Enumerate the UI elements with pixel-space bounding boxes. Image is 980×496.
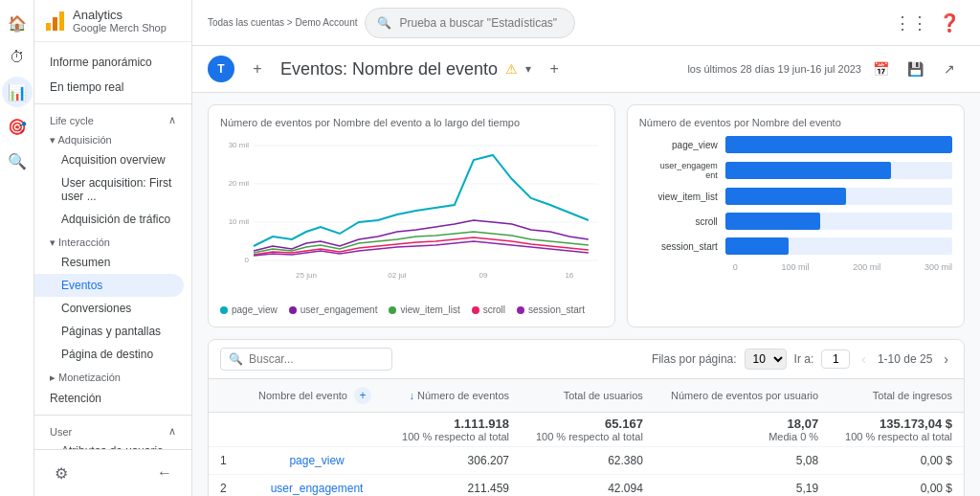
bar-label-scroll: scroll	[639, 216, 725, 227]
legend-dot-page-view	[220, 306, 228, 314]
event-link-1[interactable]: page_view	[289, 454, 344, 467]
legend-label-page-view: page_view	[232, 304, 278, 315]
bar-track-view-item-list	[725, 188, 952, 205]
search-icon-btn[interactable]: 🔍	[2, 146, 33, 176]
help-icon-btn[interactable]: ❓	[934, 8, 965, 38]
nav-monetization-section[interactable]: ▸ Monetización	[34, 366, 191, 386]
bar-fill-view-item-list	[725, 188, 846, 205]
search-icon: 🔍	[377, 16, 391, 30]
row-num-2: 2	[209, 475, 247, 497]
table-search[interactable]: 🔍	[220, 348, 392, 371]
analytics-title: Analytics	[73, 8, 167, 22]
home-icon-btn[interactable]: 🏠	[2, 8, 33, 38]
nav-paginas[interactable]: Páginas y pantallas	[34, 320, 191, 343]
bar-track-page-view	[725, 136, 952, 153]
users-2: 42.094	[521, 475, 655, 497]
nav-traffic-acquisition[interactable]: Adquisición de tráfico	[34, 208, 191, 231]
col-users[interactable]: Total de usuarios	[521, 379, 655, 413]
user-chevron: ∧	[168, 425, 176, 438]
bar-label-view-item-list: view_item_list	[639, 192, 725, 202]
nav-retention[interactable]: Retención	[34, 386, 191, 411]
table-search-input[interactable]	[249, 352, 384, 366]
search-input[interactable]	[399, 16, 563, 30]
date-range-text: los últimos 28 días 19 jun-16 jul 2023	[687, 63, 861, 75]
avatar[interactable]: T	[208, 56, 234, 82]
back-icon-btn[interactable]: ←	[149, 458, 180, 488]
main-content: Todas las cuentas > Demo Account 🔍 ⋮⋮ ❓ …	[192, 0, 980, 496]
revenue-2: 0,00 $	[830, 475, 964, 497]
nav-acquisition-section[interactable]: ▾ Adquisición	[34, 128, 191, 148]
total-events: 1.111.918	[398, 417, 509, 431]
lifecycle-label: Life cycle	[50, 115, 94, 126]
col-per-user[interactable]: Número de eventos por usuario	[655, 379, 830, 413]
table-row: 2 user_engagement 211.459 42.094 5,19 0,…	[209, 475, 964, 497]
nav-overview[interactable]: Informe panorámico	[34, 50, 191, 75]
add-dimension-btn[interactable]: +	[354, 387, 371, 404]
legend-user-engagement: user_engagement	[289, 304, 378, 315]
prev-page-btn[interactable]: ‹	[858, 349, 870, 369]
per-user-2: 5,19	[655, 475, 830, 497]
pagination-controls: Filas por página: 10 25 50 Ir a: ‹ 1-10 …	[652, 349, 952, 370]
clock-icon-btn[interactable]: ⏱	[2, 42, 33, 73]
bar-track-session-start	[725, 237, 952, 255]
chart-icon-btn[interactable]: 📊	[2, 77, 33, 107]
nav-user-attributes[interactable]: Atributos de usuario	[34, 440, 191, 449]
axis-200mil: 200 mil	[853, 262, 880, 272]
svg-rect-2	[59, 11, 64, 31]
bar-row-view-item-list: view_item_list	[639, 188, 952, 205]
total-users-sub: 100 % respecto al total	[532, 431, 643, 442]
table-totals-row: 1.111.918100 % respecto al total 65.1671…	[209, 413, 964, 447]
nav-user-section[interactable]: User ∧	[34, 419, 191, 440]
col-revenue[interactable]: Total de ingresos	[830, 379, 964, 413]
nav-conversiones[interactable]: Conversiones	[34, 297, 191, 320]
share-report-btn[interactable]: ↗	[934, 54, 965, 84]
nav-lifecycle-section[interactable]: Life cycle ∧	[34, 108, 191, 128]
analytics-logo: Analytics Google Merch Shop	[44, 8, 167, 34]
analytics-logo-icon	[44, 10, 67, 33]
col-event-name[interactable]: Nombre del evento +	[247, 379, 387, 413]
calendar-icon-btn[interactable]: 📅	[865, 54, 896, 84]
next-page-btn[interactable]: ›	[940, 349, 952, 369]
target-icon-btn[interactable]: 🎯	[2, 111, 33, 142]
page-header: T + Eventos: Nombre del evento ⚠ ▾ + los…	[192, 46, 980, 93]
legend-label-scroll: scroll	[483, 304, 505, 315]
topbar-left: Todas las cuentas > Demo Account 🔍	[208, 8, 888, 38]
bar-chart-title: Número de eventos por Nombre del evento	[639, 117, 952, 128]
nav-realtime[interactable]: En tiempo real	[34, 75, 191, 100]
nav-interaction-section[interactable]: ▾ Interacción	[34, 231, 191, 251]
svg-text:09: 09	[479, 271, 487, 280]
page-range-text: 1-10 de 25	[878, 352, 932, 366]
nav-resumen[interactable]: Resumen	[34, 251, 191, 274]
title-dropdown-icon[interactable]: ▾	[525, 62, 531, 76]
event-link-2[interactable]: user_engagement	[271, 482, 364, 495]
svg-text:30 mil: 30 mil	[229, 141, 250, 149]
svg-text:20 mil: 20 mil	[229, 179, 250, 188]
nav-divider-2	[34, 415, 191, 416]
total-events-sub: 100 % respecto al total	[398, 431, 509, 442]
users-1: 62.380	[521, 447, 655, 475]
apps-icon-btn[interactable]: ⋮⋮	[896, 8, 926, 38]
search-bar[interactable]: 🔍	[365, 8, 575, 38]
legend-page-view: page_view	[220, 304, 278, 315]
save-report-btn[interactable]: 💾	[900, 54, 930, 84]
svg-text:0: 0	[245, 256, 250, 264]
bar-label-page-view: page_view	[639, 140, 725, 150]
svg-text:25 jun: 25 jun	[296, 271, 317, 280]
legend-view-item-list: view_item_list	[389, 304, 459, 315]
rows-select[interactable]: 10 25 50	[745, 349, 787, 370]
nav-user-acquisition[interactable]: User acquisition: First user ...	[34, 171, 191, 208]
line-chart-card: Número de eventos por Nombre del evento …	[208, 104, 615, 327]
nav-acquisition-overview[interactable]: Acquisition overview	[34, 148, 191, 171]
nav-destino[interactable]: Página de destino	[34, 343, 191, 366]
bar-chart-card: Número de eventos por Nombre del evento …	[627, 104, 965, 327]
total-users: 65.167	[532, 417, 643, 431]
settings-icon-btn[interactable]: ⚙	[46, 458, 77, 488]
table-row: 1 page_view 306.207 62.380 5,08 0,00 $	[209, 447, 964, 475]
page-input[interactable]	[821, 349, 850, 369]
add-report-btn[interactable]: +	[539, 54, 569, 84]
table-header-row: Nombre del evento + ↓ Número de eventos …	[209, 379, 964, 413]
nav-eventos[interactable]: Eventos	[34, 274, 184, 297]
add-tab-btn[interactable]: +	[242, 54, 273, 84]
col-events[interactable]: ↓ Número de eventos	[387, 379, 521, 413]
legend-session-start: session_start	[517, 304, 585, 315]
